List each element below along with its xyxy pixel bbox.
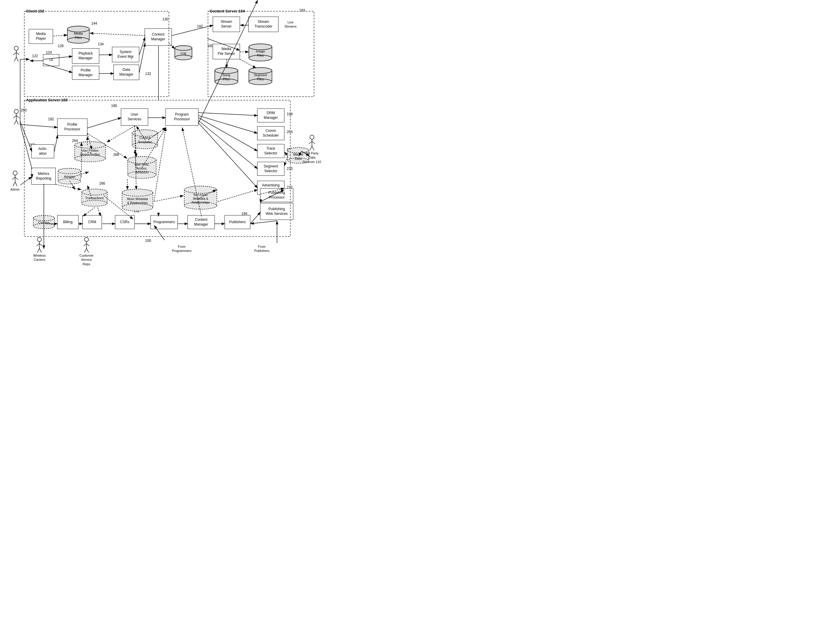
comm-scheduler-box: CommScheduler xyxy=(257,126,284,140)
track-selector-box: TrackSelector xyxy=(257,144,284,158)
svg-line-7 xyxy=(172,25,213,35)
ui-box: UI xyxy=(43,54,59,66)
admins-cylinder: Admins xyxy=(57,168,81,185)
svg-line-183 xyxy=(13,182,15,186)
publishing-web-svc-box: PublishingWeb Services xyxy=(260,203,293,220)
media-files-cylinder: MediaFiles xyxy=(67,26,90,44)
svg-line-5 xyxy=(53,35,67,36)
admin-person: Admin xyxy=(11,171,20,191)
svg-line-72 xyxy=(250,221,277,224)
svg-line-41 xyxy=(218,190,258,201)
live-streams-label: LiveStreams xyxy=(284,20,297,29)
programmers-box: Programmers xyxy=(150,215,178,229)
num-192: 192 xyxy=(48,117,54,121)
svg-line-195 xyxy=(84,248,86,253)
num-210: 210 xyxy=(287,167,293,171)
image-files-cylinder: ImageFiles xyxy=(248,43,273,61)
svg-line-200 xyxy=(312,141,315,144)
log-cylinder: Log xyxy=(174,45,193,60)
media-file-server-box: MediaFile Server xyxy=(213,44,240,59)
svg-point-160 xyxy=(34,215,55,221)
from-publishers-label: FromPublishers xyxy=(254,244,269,253)
svg-line-190 xyxy=(40,248,41,253)
svg-line-201 xyxy=(310,146,312,150)
svg-line-175 xyxy=(13,116,16,118)
svg-line-28 xyxy=(199,116,258,133)
publishing-processor-box: PublishingProcessor xyxy=(260,188,293,202)
csrs-box: CSRs xyxy=(115,215,135,229)
profile-mgr-box: ProfileManager xyxy=(72,66,99,80)
num-100: 100 xyxy=(145,239,151,243)
app-server-label: Application Server 108 xyxy=(26,98,67,102)
svg-point-147 xyxy=(58,179,81,184)
num-126: 126 xyxy=(58,44,64,48)
svg-line-25 xyxy=(87,118,121,128)
wireless-carriers-label: WirelessCarriers xyxy=(33,253,46,262)
svg-line-68 xyxy=(107,126,135,142)
num-268: 268 xyxy=(113,153,119,157)
playback-mgr-box: PlaybackManager xyxy=(72,48,99,64)
csr-label: CustomerServiceReps xyxy=(80,253,93,266)
data-mgr-box: DataManager xyxy=(113,64,139,80)
media-player-box: MediaPlayer xyxy=(29,29,53,44)
svg-point-129 xyxy=(122,204,153,211)
svg-line-6 xyxy=(90,33,145,35)
content-mgr-bot-box: ContentManager xyxy=(187,215,215,229)
svg-line-29 xyxy=(199,118,258,151)
user2-person xyxy=(12,109,21,126)
metrics-reporting-box: MetricsReporting xyxy=(31,168,56,185)
svg-point-148 xyxy=(58,168,81,174)
num-260: 260 xyxy=(21,108,27,112)
svg-point-93 xyxy=(175,55,192,60)
stream-transcoder-box: StreamTranscoder xyxy=(248,17,279,32)
num-144: 144 xyxy=(91,21,97,26)
svg-line-193 xyxy=(84,244,86,246)
svg-line-196 xyxy=(86,248,89,253)
stream-server-box: StreamServer xyxy=(213,17,240,32)
svg-line-30 xyxy=(199,121,258,169)
num-266: 266 xyxy=(99,181,105,186)
svg-line-66 xyxy=(20,176,32,185)
content-templates-cylinder: ContentTemplates xyxy=(131,129,158,149)
svg-point-130 xyxy=(122,189,153,196)
music-metadata-cylinder: Music Metadata& Relationships xyxy=(121,189,154,212)
svg-line-177 xyxy=(14,120,16,124)
billing-box: Billing xyxy=(57,215,78,229)
crm-box: CRM xyxy=(82,215,102,229)
svg-line-77 xyxy=(54,135,58,152)
svg-point-142 xyxy=(75,142,106,148)
svg-line-202 xyxy=(312,146,314,150)
segment-selector-box: SegmentSelector xyxy=(257,162,284,176)
svg-line-32 xyxy=(199,123,258,188)
wireless-carriers-person: WirelessCarriers xyxy=(33,237,46,262)
svg-point-185 xyxy=(37,238,41,242)
nonmusic-metadata-cylinder: Non-musicMetadata &Relationships xyxy=(183,186,218,210)
carriers-cylinder: Carriers xyxy=(32,215,55,229)
system-event-mgr-box: SystemEvent Mgr xyxy=(112,47,139,62)
svg-point-179 xyxy=(13,171,17,175)
svg-line-199 xyxy=(309,141,312,144)
svg-line-51 xyxy=(250,212,261,224)
user-prefs-cylinder: User Prefs,Actions,Behaviors xyxy=(127,156,157,179)
svg-line-188 xyxy=(40,244,42,246)
program-processor-box: ProgramProcessor xyxy=(165,109,199,126)
from-programmers-label: FromProgrammers xyxy=(172,244,191,253)
svg-line-39 xyxy=(154,196,184,201)
svg-line-182 xyxy=(15,177,18,179)
svg-line-18 xyxy=(139,37,145,55)
num-190: 190 xyxy=(111,104,117,108)
svg-line-169 xyxy=(13,52,16,55)
svg-line-194 xyxy=(86,244,89,246)
admin-label: Admin xyxy=(11,188,20,191)
svg-line-27 xyxy=(199,113,258,116)
num-204: 204 xyxy=(287,130,293,134)
svg-line-176 xyxy=(16,116,19,118)
num-198: 198 xyxy=(287,112,293,116)
transactions-cylinder: Transactions xyxy=(81,189,108,207)
svg-point-136 xyxy=(184,186,217,193)
segment-files-cylinder: SegmentFiles xyxy=(248,67,273,85)
svg-point-154 xyxy=(82,189,107,195)
user-services-box: UserServices xyxy=(121,109,148,126)
svg-point-118 xyxy=(132,130,158,136)
diagram-container: Client 102 Content Server 104 Applicatio… xyxy=(0,0,326,267)
